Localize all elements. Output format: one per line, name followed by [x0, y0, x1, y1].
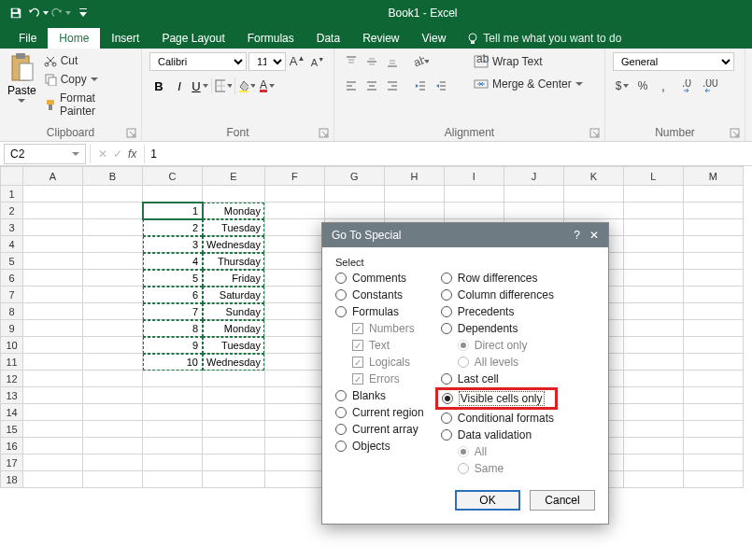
- tell-me[interactable]: Tell me what you want to do: [457, 28, 631, 49]
- cell[interactable]: Wednesday: [203, 236, 265, 253]
- number-format-select[interactable]: General: [613, 52, 734, 71]
- save-icon[interactable]: [6, 3, 26, 23]
- increase-indent-icon[interactable]: [432, 77, 450, 95]
- cell[interactable]: [23, 337, 83, 354]
- cell[interactable]: 10: [143, 354, 203, 371]
- ok-button[interactable]: OK: [455, 490, 520, 511]
- cell[interactable]: [623, 203, 683, 219]
- cell[interactable]: [683, 438, 743, 455]
- cell[interactable]: [623, 219, 683, 236]
- dialog-titlebar[interactable]: Go To Special ? ✕: [322, 223, 608, 247]
- tab-insert[interactable]: Insert: [100, 28, 150, 49]
- cell[interactable]: [23, 270, 83, 287]
- cell[interactable]: [444, 203, 504, 219]
- cell[interactable]: [83, 387, 143, 404]
- cell[interactable]: [504, 203, 563, 219]
- cell[interactable]: [23, 287, 83, 303]
- row-header[interactable]: 17: [1, 455, 23, 471]
- cut-button[interactable]: Cut: [40, 52, 134, 69]
- radio-current-region[interactable]: Current region: [335, 406, 424, 419]
- cell[interactable]: [264, 438, 324, 455]
- cell[interactable]: [264, 219, 324, 236]
- radio-dependents[interactable]: Dependents: [441, 322, 554, 335]
- cell[interactable]: 3: [143, 236, 203, 253]
- decrease-decimal-icon[interactable]: .00: [701, 77, 719, 95]
- cancel-button[interactable]: Cancel: [530, 490, 595, 511]
- cell[interactable]: [623, 387, 683, 404]
- cell[interactable]: [623, 303, 683, 320]
- radio-objects[interactable]: Objects: [335, 440, 424, 453]
- cell[interactable]: [623, 354, 683, 371]
- row-header[interactable]: 10: [1, 337, 23, 354]
- col-header[interactable]: H: [384, 167, 444, 186]
- redo-icon[interactable]: [50, 3, 71, 23]
- cell[interactable]: Thursday: [203, 253, 265, 270]
- cell[interactable]: 8: [143, 320, 203, 337]
- cell[interactable]: [623, 421, 683, 438]
- increase-font-icon[interactable]: A▲: [288, 52, 306, 71]
- col-header[interactable]: L: [623, 167, 683, 186]
- cell[interactable]: [264, 303, 324, 320]
- align-right-icon[interactable]: [383, 77, 402, 95]
- cell[interactable]: [504, 186, 563, 203]
- cell[interactable]: 4: [143, 253, 203, 270]
- cell[interactable]: [324, 186, 384, 203]
- align-left-icon[interactable]: [342, 77, 361, 95]
- cell[interactable]: 9: [143, 337, 203, 354]
- cell[interactable]: [83, 303, 143, 320]
- cell[interactable]: Monday: [203, 320, 265, 337]
- cell[interactable]: [23, 354, 83, 371]
- tab-page-layout[interactable]: Page Layout: [150, 28, 235, 49]
- cell[interactable]: Saturday: [203, 287, 265, 303]
- cell[interactable]: [143, 455, 203, 471]
- cell[interactable]: [623, 337, 683, 354]
- font-color-button[interactable]: A: [258, 77, 277, 95]
- cell[interactable]: [23, 303, 83, 320]
- cell[interactable]: [203, 471, 265, 488]
- cell[interactable]: [264, 186, 324, 203]
- cell[interactable]: Monday: [203, 203, 265, 219]
- cell[interactable]: [264, 354, 324, 371]
- cell[interactable]: 6: [143, 287, 203, 303]
- cell[interactable]: Tuesday: [203, 219, 265, 236]
- radio-data-validation[interactable]: Data validation: [441, 428, 554, 441]
- cell[interactable]: [203, 421, 265, 438]
- cell[interactable]: [23, 219, 83, 236]
- close-icon[interactable]: ✕: [589, 229, 599, 242]
- cell[interactable]: [143, 438, 203, 455]
- cell[interactable]: [83, 253, 143, 270]
- cell[interactable]: [203, 387, 265, 404]
- cell[interactable]: [264, 253, 324, 270]
- cell[interactable]: [384, 186, 444, 203]
- format-painter-button[interactable]: Format Painter: [40, 90, 134, 119]
- dialog-launcher-icon[interactable]: [589, 128, 601, 139]
- cell[interactable]: [683, 387, 743, 404]
- cell[interactable]: [563, 186, 623, 203]
- cell[interactable]: [23, 236, 83, 253]
- cell[interactable]: [683, 203, 743, 219]
- cell[interactable]: [264, 320, 324, 337]
- cell[interactable]: [23, 438, 83, 455]
- row-header[interactable]: 11: [1, 354, 23, 371]
- cell[interactable]: 2: [143, 219, 203, 236]
- fx-icon[interactable]: fx: [128, 147, 136, 161]
- percent-format-icon[interactable]: %: [633, 77, 652, 95]
- cell[interactable]: [143, 371, 203, 387]
- col-header[interactable]: K: [563, 167, 623, 186]
- cell[interactable]: [143, 421, 203, 438]
- decrease-font-icon[interactable]: A▼: [308, 52, 327, 71]
- cell[interactable]: [264, 203, 324, 219]
- align-top-icon[interactable]: [342, 52, 361, 71]
- cell[interactable]: [623, 455, 683, 471]
- cell[interactable]: [23, 253, 83, 270]
- cell[interactable]: [264, 371, 324, 387]
- col-header[interactable]: B: [83, 167, 143, 186]
- cell[interactable]: [203, 371, 265, 387]
- cell[interactable]: [264, 471, 324, 488]
- row-header[interactable]: 13: [1, 387, 23, 404]
- cell[interactable]: Tuesday: [203, 337, 265, 354]
- cell[interactable]: Wednesday: [203, 354, 265, 371]
- cell[interactable]: [264, 387, 324, 404]
- increase-decimal-icon[interactable]: .0: [680, 77, 699, 95]
- radio-precedents[interactable]: Precedents: [441, 305, 554, 318]
